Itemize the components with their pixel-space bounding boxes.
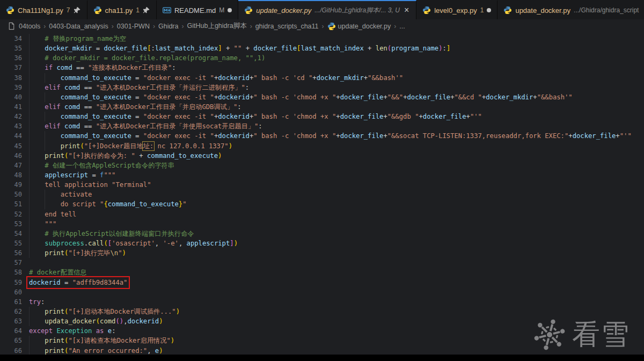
- breadcrumb-item-0403-data_analysis[interactable]: 0403-Data_analysis: [49, 23, 108, 30]
- code-line-48[interactable]: 48 applescript = f""": [0, 170, 644, 180]
- line-number[interactable]: 40: [0, 92, 29, 102]
- line-number[interactable]: 50: [0, 190, 29, 199]
- token: +: [336, 113, 340, 120]
- code-line-47[interactable]: 47 # 创建一个包含AppleScript命令的字符串: [0, 161, 644, 170]
- indent-guide: [29, 239, 30, 248]
- code-line-49[interactable]: 49 tell application "Terminal": [0, 180, 644, 190]
- modified-dot-icon[interactable]: [228, 8, 232, 12]
- modified-dot-icon[interactable]: [487, 8, 491, 12]
- code-line-35[interactable]: 35 docker_mkdir = docker_file[:last_matc…: [0, 44, 644, 53]
- breadcrumb-item--[interactable]: ...: [399, 23, 405, 30]
- line-number[interactable]: 53: [0, 219, 29, 229]
- tab-cha11-py[interactable]: cha11.py1: [87, 0, 157, 19]
- tab-level0_exp-py[interactable]: level0_exp.py1: [416, 0, 497, 19]
- line-number[interactable]: 42: [0, 112, 29, 121]
- line-number[interactable]: 55: [0, 239, 29, 248]
- tab-readme-md[interactable]: README.mdM: [157, 0, 238, 19]
- code-line-54[interactable]: 54 # 执行AppleScript以创建新终端窗口并执行命令: [0, 229, 644, 239]
- code-line-55[interactable]: 55 subprocess.call(['osascript', '-e', a…: [0, 239, 644, 248]
- code-line-52[interactable]: 52 end tell: [0, 210, 644, 219]
- tab-update_docker-py[interactable]: update_docker.py.../Ghidra/ghidra_script: [497, 0, 644, 19]
- line-number[interactable]: 43: [0, 121, 29, 131]
- breadcrumb-item-github-ghidra-[interactable]: GitHub上ghidra脚本: [187, 21, 246, 31]
- code-line-60[interactable]: 60: [0, 287, 644, 297]
- line-number[interactable]: 63: [0, 316, 29, 326]
- line-number[interactable]: 39: [0, 83, 29, 92]
- line-number[interactable]: 34: [0, 34, 29, 44]
- code-line-39[interactable]: 39 elif comd == "进入本机Docker工作目录「并运行二进制程序…: [0, 83, 644, 92]
- line-number[interactable]: 59: [0, 278, 29, 287]
- token: +: [222, 45, 234, 52]
- line-content: [29, 287, 644, 297]
- breadcrumb-item-ghidra[interactable]: Ghidra: [158, 23, 179, 30]
- close-icon[interactable]: ×: [403, 6, 410, 15]
- line-number[interactable]: 66: [0, 346, 29, 356]
- code-line-37[interactable]: 37 if comd == "连接本机Docker工作目录":: [0, 63, 644, 73]
- code-line-34[interactable]: 34 # 替换program_name为空: [0, 34, 644, 44]
- code-line-62[interactable]: 62 print("[+]启动本地Docker调试插件..."): [0, 307, 644, 316]
- token: +: [241, 45, 253, 52]
- code-line-63[interactable]: 63 updata_docker(comd(),dockerid): [0, 316, 644, 326]
- token: :: [112, 327, 115, 335]
- line-number[interactable]: 65: [0, 336, 29, 345]
- line-number[interactable]: 41: [0, 102, 29, 112]
- code-line-59[interactable]: 59dockerid = "adffb9d8344a": [0, 278, 644, 287]
- line-number[interactable]: 38: [0, 73, 29, 83]
- indent-guide: [45, 73, 45, 83]
- code-line-42[interactable]: 42 command_to_execute = "docker exec -it…: [0, 112, 644, 121]
- token: docker_file: [253, 45, 297, 52]
- code-line-36[interactable]: 36 # docker_mkdir = docker_file.replace(…: [0, 53, 644, 63]
- code-line-41[interactable]: 41 elif comd == "进入本机Docker工作目录「并启动GDB调试…: [0, 102, 644, 112]
- line-number[interactable]: 54: [0, 229, 29, 239]
- line-number[interactable]: 37: [0, 63, 29, 73]
- line-number[interactable]: 47: [0, 161, 29, 170]
- python-icon: [422, 6, 431, 15]
- code-line-56[interactable]: 56 print("[+]执行完毕\n"): [0, 248, 644, 258]
- line-number[interactable]: 62: [0, 307, 29, 316]
- line-number[interactable]: 44: [0, 131, 29, 141]
- code-line-66[interactable]: 66 print("An error occurred:", e): [0, 346, 644, 356]
- line-number[interactable]: 48: [0, 170, 29, 180]
- code-line-44[interactable]: 44 command_to_execute = "docker exec -it…: [0, 131, 644, 141]
- code-line-45[interactable]: 45 print("[+]Docker题目地址: nc 127.0.0.1 13…: [0, 141, 644, 151]
- line-number[interactable]: 61: [0, 297, 29, 307]
- tab-cha111ng1-py[interactable]: Cha111Ng1.py7: [0, 0, 87, 19]
- tab-update_docker-py[interactable]: update_docker.py.../GitHub上ghidra脚本/... …: [238, 0, 416, 19]
- line-number[interactable]: 60: [0, 287, 29, 297]
- code-line-50[interactable]: 50 activate: [0, 190, 644, 199]
- code-line-46[interactable]: 46 print("[+]执行的命令为: " + command_to_exec…: [0, 151, 644, 161]
- line-number[interactable]: 49: [0, 180, 29, 190]
- breadcrumb-item-update_docker-py[interactable]: update_docker.py: [327, 22, 391, 31]
- token: "&&bash'": [537, 93, 573, 101]
- line-number[interactable]: 45: [0, 141, 29, 151]
- line-content: dockerid = "adffb9d8344a": [29, 278, 644, 287]
- code-line-53[interactable]: 53 """: [0, 219, 644, 229]
- code-line-43[interactable]: 43 elif comd == "进入本机Docker工作目录「并使用socat…: [0, 121, 644, 131]
- code-line-57[interactable]: 57: [0, 258, 644, 268]
- line-number[interactable]: 57: [0, 258, 29, 268]
- line-number[interactable]: 35: [0, 44, 29, 53]
- code-editor[interactable]: 34 # 替换program_name为空35 docker_mkdir = d…: [0, 33, 644, 356]
- code-line-38[interactable]: 38 command_to_execute = "docker exec -it…: [0, 73, 644, 83]
- line-number[interactable]: 36: [0, 53, 29, 63]
- line-number[interactable]: 58: [0, 268, 29, 277]
- code-line-65[interactable]: 65 print("[x]请检查本地Docker启用情况"): [0, 336, 644, 345]
- code-line-51[interactable]: 51 do script "{command_to_execute}": [0, 199, 644, 209]
- breadcrumb-item-04tools[interactable]: 04tools: [19, 23, 40, 30]
- line-number[interactable]: 46: [0, 151, 29, 161]
- pin-icon[interactable]: [74, 6, 81, 14]
- pin-icon[interactable]: [143, 6, 150, 14]
- breadcrumb-item-0301-pwn[interactable]: 0301-PWN: [117, 23, 150, 30]
- line-number[interactable]: 52: [0, 210, 29, 219]
- token: print: [45, 337, 64, 344]
- code-line-58[interactable]: 58# docker配置信息: [0, 268, 644, 277]
- code-line-61[interactable]: 61try:: [0, 297, 644, 307]
- line-number[interactable]: 51: [0, 199, 29, 209]
- breadcrumb-item-ghidra_scripts_cha11[interactable]: ghidra_scripts_cha11: [255, 23, 319, 30]
- line-number[interactable]: 56: [0, 248, 29, 258]
- code-line-40[interactable]: 40 command_to_execute = "docker exec -it…: [0, 92, 644, 102]
- token: docker_file: [340, 93, 384, 101]
- code-line-64[interactable]: 64except Exception as e:: [0, 326, 644, 336]
- token: "[x]请检查本地Docker启用情况": [68, 337, 170, 344]
- line-number[interactable]: 64: [0, 326, 29, 336]
